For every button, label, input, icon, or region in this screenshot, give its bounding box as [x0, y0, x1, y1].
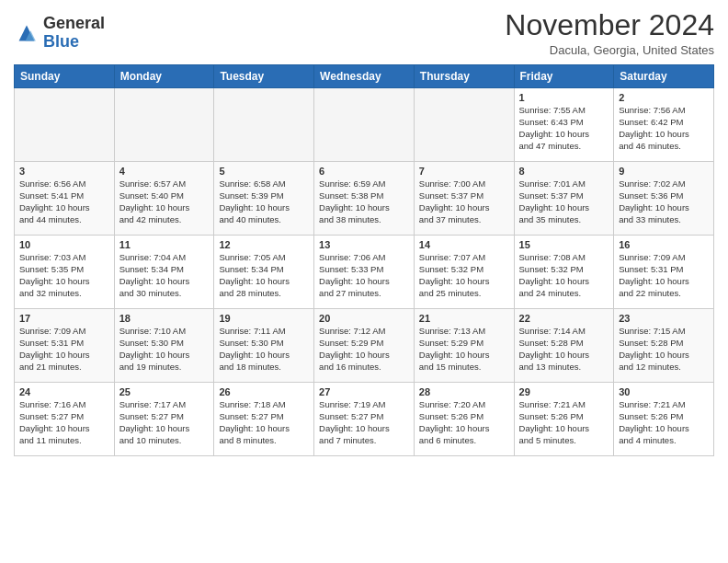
weekday-header-row: SundayMondayTuesdayWednesdayThursdayFrid… — [15, 65, 714, 88]
day-number: 17 — [19, 313, 109, 324]
week-row-3: 10Sunrise: 7:03 AM Sunset: 5:35 PM Dayli… — [15, 236, 714, 309]
day-info: Sunrise: 7:08 AM Sunset: 5:32 PM Dayligh… — [519, 252, 609, 299]
calendar: SundayMondayTuesdayWednesdayThursdayFrid… — [14, 64, 714, 456]
day-info: Sunrise: 7:56 AM Sunset: 6:42 PM Dayligh… — [619, 105, 709, 152]
logo-blue: Blue — [43, 32, 79, 51]
logo-general: General — [43, 14, 105, 32]
day-info: Sunrise: 7:09 AM Sunset: 5:31 PM Dayligh… — [619, 252, 709, 299]
day-info: Sunrise: 6:58 AM Sunset: 5:39 PM Dayligh… — [219, 178, 309, 225]
day-number: 18 — [119, 313, 210, 324]
day-cell-23: 23Sunrise: 7:15 AM Sunset: 5:28 PM Dayli… — [614, 309, 714, 383]
day-number: 6 — [319, 166, 409, 177]
day-cell-10: 10Sunrise: 7:03 AM Sunset: 5:35 PM Dayli… — [15, 236, 115, 309]
day-info: Sunrise: 7:21 AM Sunset: 5:26 PM Dayligh… — [519, 399, 609, 446]
day-info: Sunrise: 7:55 AM Sunset: 6:43 PM Dayligh… — [519, 105, 609, 152]
day-info: Sunrise: 7:06 AM Sunset: 5:33 PM Dayligh… — [319, 252, 409, 299]
day-number: 12 — [219, 239, 309, 250]
day-number: 21 — [419, 313, 509, 324]
day-number: 5 — [219, 166, 309, 177]
day-info: Sunrise: 7:17 AM Sunset: 5:27 PM Dayligh… — [119, 399, 210, 446]
day-cell-12: 12Sunrise: 7:05 AM Sunset: 5:34 PM Dayli… — [214, 236, 314, 309]
day-number: 25 — [119, 386, 210, 397]
day-info: Sunrise: 7:21 AM Sunset: 5:26 PM Dayligh… — [619, 399, 709, 446]
week-row-4: 17Sunrise: 7:09 AM Sunset: 5:31 PM Dayli… — [15, 309, 714, 383]
day-number: 9 — [619, 166, 709, 177]
day-number: 16 — [619, 239, 709, 250]
day-info: Sunrise: 7:02 AM Sunset: 5:36 PM Dayligh… — [619, 178, 709, 225]
weekday-monday: Monday — [114, 65, 214, 88]
day-info: Sunrise: 7:03 AM Sunset: 5:35 PM Dayligh… — [19, 252, 109, 299]
day-info: Sunrise: 7:05 AM Sunset: 5:34 PM Dayligh… — [219, 252, 309, 299]
weekday-tuesday: Tuesday — [214, 65, 314, 88]
day-info: Sunrise: 6:56 AM Sunset: 5:41 PM Dayligh… — [19, 178, 109, 225]
day-number: 28 — [419, 386, 509, 397]
day-cell-9: 9Sunrise: 7:02 AM Sunset: 5:36 PM Daylig… — [614, 162, 714, 236]
day-number: 27 — [319, 386, 409, 397]
day-number: 7 — [419, 166, 509, 177]
day-number: 1 — [519, 92, 609, 103]
day-number: 15 — [519, 239, 609, 250]
day-cell-24: 24Sunrise: 7:16 AM Sunset: 5:27 PM Dayli… — [15, 383, 115, 456]
day-cell-8: 8Sunrise: 7:01 AM Sunset: 5:37 PM Daylig… — [514, 162, 614, 236]
empty-cell — [214, 88, 314, 162]
day-cell-2: 2Sunrise: 7:56 AM Sunset: 6:42 PM Daylig… — [614, 88, 714, 162]
day-number: 10 — [19, 239, 109, 250]
day-number: 2 — [619, 92, 709, 103]
day-number: 19 — [219, 313, 309, 324]
day-number: 29 — [519, 386, 609, 397]
day-info: Sunrise: 7:12 AM Sunset: 5:29 PM Dayligh… — [319, 326, 409, 373]
day-cell-7: 7Sunrise: 7:00 AM Sunset: 5:37 PM Daylig… — [414, 162, 514, 236]
logo: General Blue — [14, 15, 105, 52]
weekday-sunday: Sunday — [15, 65, 115, 88]
day-info: Sunrise: 7:09 AM Sunset: 5:31 PM Dayligh… — [19, 326, 109, 373]
empty-cell — [114, 88, 214, 162]
week-row-5: 24Sunrise: 7:16 AM Sunset: 5:27 PM Dayli… — [15, 383, 714, 456]
day-info: Sunrise: 7:19 AM Sunset: 5:27 PM Dayligh… — [319, 399, 409, 446]
day-cell-14: 14Sunrise: 7:07 AM Sunset: 5:32 PM Dayli… — [414, 236, 514, 309]
day-info: Sunrise: 7:16 AM Sunset: 5:27 PM Dayligh… — [19, 399, 109, 446]
day-number: 30 — [619, 386, 709, 397]
day-cell-21: 21Sunrise: 7:13 AM Sunset: 5:29 PM Dayli… — [414, 309, 514, 383]
day-cell-25: 25Sunrise: 7:17 AM Sunset: 5:27 PM Dayli… — [114, 383, 214, 456]
day-cell-17: 17Sunrise: 7:09 AM Sunset: 5:31 PM Dayli… — [15, 309, 115, 383]
day-cell-4: 4Sunrise: 6:57 AM Sunset: 5:40 PM Daylig… — [114, 162, 214, 236]
day-cell-6: 6Sunrise: 6:59 AM Sunset: 5:38 PM Daylig… — [314, 162, 415, 236]
day-cell-3: 3Sunrise: 6:56 AM Sunset: 5:41 PM Daylig… — [15, 162, 115, 236]
day-cell-5: 5Sunrise: 6:58 AM Sunset: 5:39 PM Daylig… — [214, 162, 314, 236]
weekday-friday: Friday — [514, 65, 614, 88]
weekday-wednesday: Wednesday — [314, 65, 415, 88]
day-cell-30: 30Sunrise: 7:21 AM Sunset: 5:26 PM Dayli… — [614, 383, 714, 456]
day-number: 26 — [219, 386, 309, 397]
day-info: Sunrise: 7:20 AM Sunset: 5:26 PM Dayligh… — [419, 399, 509, 446]
logo-text: General Blue — [43, 15, 105, 52]
empty-cell — [314, 88, 415, 162]
day-info: Sunrise: 7:07 AM Sunset: 5:32 PM Dayligh… — [419, 252, 509, 299]
day-cell-11: 11Sunrise: 7:04 AM Sunset: 5:34 PM Dayli… — [114, 236, 214, 309]
week-row-1: 1Sunrise: 7:55 AM Sunset: 6:43 PM Daylig… — [15, 88, 714, 162]
day-cell-15: 15Sunrise: 7:08 AM Sunset: 5:32 PM Dayli… — [514, 236, 614, 309]
day-info: Sunrise: 7:13 AM Sunset: 5:29 PM Dayligh… — [419, 326, 509, 373]
day-cell-20: 20Sunrise: 7:12 AM Sunset: 5:29 PM Dayli… — [314, 309, 415, 383]
day-cell-22: 22Sunrise: 7:14 AM Sunset: 5:28 PM Dayli… — [514, 309, 614, 383]
day-cell-19: 19Sunrise: 7:11 AM Sunset: 5:30 PM Dayli… — [214, 309, 314, 383]
location: Dacula, Georgia, United States — [505, 43, 714, 57]
day-info: Sunrise: 7:14 AM Sunset: 5:28 PM Dayligh… — [519, 326, 609, 373]
day-cell-16: 16Sunrise: 7:09 AM Sunset: 5:31 PM Dayli… — [614, 236, 714, 309]
logo-icon — [14, 20, 40, 46]
day-number: 20 — [319, 313, 409, 324]
day-number: 23 — [619, 313, 709, 324]
day-number: 8 — [519, 166, 609, 177]
title-block: November 2024 Dacula, Georgia, United St… — [505, 9, 714, 57]
weekday-saturday: Saturday — [614, 65, 714, 88]
day-number: 24 — [19, 386, 109, 397]
day-cell-27: 27Sunrise: 7:19 AM Sunset: 5:27 PM Dayli… — [314, 383, 415, 456]
day-number: 3 — [19, 166, 109, 177]
week-row-2: 3Sunrise: 6:56 AM Sunset: 5:41 PM Daylig… — [15, 162, 714, 236]
day-info: Sunrise: 7:18 AM Sunset: 5:27 PM Dayligh… — [219, 399, 309, 446]
day-number: 4 — [119, 166, 210, 177]
day-info: Sunrise: 7:10 AM Sunset: 5:30 PM Dayligh… — [119, 326, 210, 373]
day-info: Sunrise: 7:15 AM Sunset: 5:28 PM Dayligh… — [619, 326, 709, 373]
day-info: Sunrise: 6:57 AM Sunset: 5:40 PM Dayligh… — [119, 178, 210, 225]
weekday-thursday: Thursday — [414, 65, 514, 88]
day-info: Sunrise: 7:11 AM Sunset: 5:30 PM Dayligh… — [219, 326, 309, 373]
